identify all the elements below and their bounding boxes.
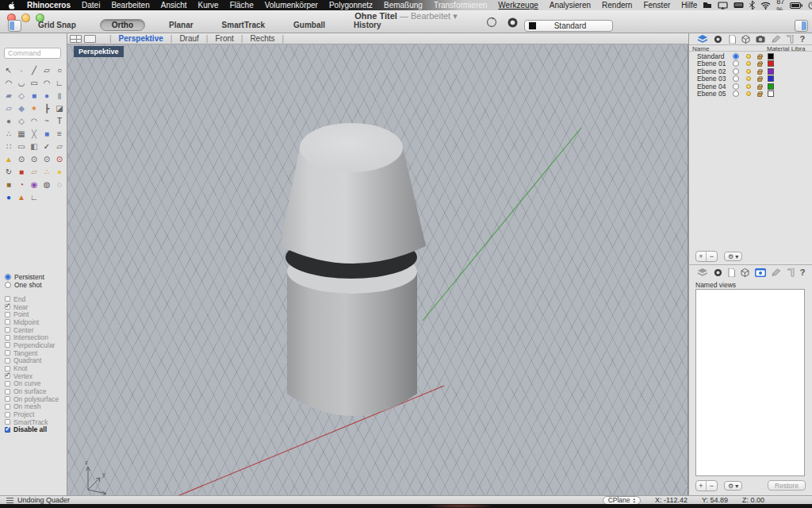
checkbox-icon[interactable]: ✓ — [5, 335, 10, 341]
tool-icon[interactable]: ▦ — [15, 127, 28, 140]
tool-icon[interactable]: ▱ — [53, 140, 66, 152]
box-properties-icon[interactable] — [741, 268, 749, 277]
osnap-checkbox-row[interactable]: ✓ End — [5, 295, 67, 303]
keyboard-icon[interactable] — [733, 2, 744, 9]
tool-icon[interactable]: ● — [2, 114, 15, 127]
tool-icon[interactable]: ◪ — [53, 102, 66, 114]
mode-toggle[interactable]: History — [349, 20, 385, 30]
view-options-button[interactable]: ⚙ ▾ — [724, 481, 742, 491]
cplane-selector[interactable]: CPlane ▴▾ — [603, 496, 641, 505]
tool-icon[interactable]: ▱ — [2, 102, 15, 114]
layer-color-swatch[interactable] — [768, 68, 774, 75]
tool-icon[interactable]: ◌ — [53, 178, 66, 190]
checkbox-icon[interactable]: ✓ — [5, 427, 10, 433]
tool-icon[interactable]: ▱ — [40, 64, 53, 76]
tool-icon[interactable]: ╳ — [28, 127, 40, 140]
display-brush-icon[interactable] — [772, 35, 781, 43]
script-scroll-icon[interactable] — [787, 35, 794, 44]
osnap-checkbox-row[interactable]: ✓ Intersection — [5, 333, 67, 341]
layer-color-swatch[interactable] — [768, 53, 774, 60]
checkbox-icon[interactable]: ✓ — [5, 404, 10, 410]
command-input[interactable] — [4, 48, 61, 59]
layer-color-swatch[interactable] — [768, 60, 774, 67]
viewport-tab[interactable]: Drauf — [179, 34, 198, 43]
tool-icon[interactable]: ◡ — [15, 76, 28, 89]
disable-all-checkbox[interactable]: ✓ Disable all — [5, 425, 47, 433]
layer-color-swatch[interactable] — [768, 83, 774, 90]
display-brush-icon[interactable] — [772, 268, 781, 276]
menu-item[interactable]: Rendern — [596, 0, 638, 10]
script-scroll-icon[interactable] — [787, 268, 795, 277]
layer-visibility-bulb-icon[interactable] — [746, 76, 751, 81]
checkbox-icon[interactable]: ✓ — [5, 358, 10, 364]
radio-icon[interactable] — [5, 282, 11, 288]
tool-icon[interactable]: ■ — [2, 178, 15, 190]
osnap-checkbox-row[interactable]: ✓ Tangent — [5, 349, 67, 357]
current-layer-radio[interactable] — [733, 90, 739, 97]
column-material[interactable]: Material Libra — [767, 45, 812, 51]
restore-view-button[interactable]: Restore — [768, 480, 806, 491]
right-sidebar-toggle[interactable] — [795, 20, 808, 32]
tool-icon[interactable]: ~ — [40, 114, 53, 127]
current-layer-radio[interactable] — [733, 60, 739, 67]
osnap-checkbox-row[interactable]: ✓ Center — [5, 326, 67, 334]
viewport-tab[interactable]: Perspektive — [119, 34, 163, 43]
help-icon[interactable]: ? — [800, 267, 806, 277]
layers-panel-icon[interactable] — [697, 35, 708, 44]
tool-icon[interactable]: ╱ — [28, 64, 40, 76]
menu-item[interactable]: Transformieren — [428, 0, 492, 10]
osnap-checkbox-row[interactable]: ✓ Near — [5, 303, 67, 311]
tool-icon[interactable]: ✓ — [40, 140, 53, 152]
osnap-checkbox-row[interactable]: ✓ Perpendicular — [5, 341, 67, 349]
tool-icon[interactable]: ▮ — [53, 89, 66, 102]
layer-visibility-bulb-icon[interactable] — [746, 91, 751, 96]
remove-layer-button[interactable]: − — [707, 252, 717, 261]
menu-item[interactable]: Werkzeuge — [492, 0, 543, 10]
record-ring-icon[interactable] — [507, 17, 519, 32]
tool-icon[interactable]: ■ — [40, 127, 53, 140]
layers-panel-icon[interactable] — [697, 268, 708, 277]
viewport-tab[interactable]: Front — [215, 34, 233, 43]
layer-row[interactable]: Ebene 04 — [689, 83, 812, 90]
layer-row[interactable]: Ebene 01 — [689, 60, 812, 68]
tool-icon[interactable]: ▰ — [2, 89, 15, 102]
tool-icon[interactable]: ◇ — [15, 114, 28, 127]
menu-item[interactable]: Fenster — [638, 0, 676, 10]
camera-views-icon[interactable] — [756, 36, 765, 43]
osnap-checkbox-row[interactable]: ✓ Knot — [5, 364, 67, 372]
menu-item[interactable]: Bearbeiten — [105, 0, 155, 10]
osnap-checkbox-row[interactable]: ✓ On polysurface — [5, 395, 67, 403]
menu-item[interactable]: Fläche — [224, 0, 259, 10]
tool-icon[interactable]: ■ — [28, 89, 40, 102]
radio-icon[interactable] — [5, 274, 11, 280]
checkbox-icon[interactable]: ✓ — [5, 389, 10, 394]
tool-icon[interactable]: ┣ — [40, 102, 53, 114]
osnap-checkbox-row[interactable]: ✓ On mesh — [5, 403, 67, 411]
checkbox-icon[interactable]: ✓ — [5, 327, 10, 333]
perspective-viewport[interactable]: Perspektive — [67, 44, 688, 495]
checkbox-icon[interactable]: ✓ — [5, 396, 10, 402]
viewport-title-badge[interactable]: Perspektive — [74, 46, 124, 57]
layer-lock-icon[interactable] — [757, 71, 762, 75]
current-layer-radio[interactable] — [733, 75, 739, 82]
checkbox-icon[interactable]: ✓ — [5, 342, 10, 348]
undo-icon[interactable] — [485, 17, 498, 31]
single-viewport-icon[interactable] — [84, 35, 96, 43]
mode-toggle[interactable]: Grid Snap — [33, 20, 81, 30]
osnap-checkbox-row[interactable]: ✓ Project — [5, 410, 67, 418]
tool-icon[interactable]: ∷ — [2, 140, 15, 152]
tool-icon[interactable]: ◠ — [40, 76, 53, 89]
tool-icon[interactable]: ∟ — [53, 76, 66, 89]
tool-icon[interactable]: ✶ — [28, 102, 40, 114]
layer-lock-icon[interactable] — [757, 63, 762, 67]
tool-icon[interactable]: ◆ — [15, 102, 28, 114]
tool-icon[interactable]: ∴ — [40, 165, 53, 178]
tool-icon[interactable]: ● — [53, 165, 66, 178]
tool-icon[interactable]: ● — [2, 190, 15, 203]
tool-icon[interactable]: ↖ — [2, 64, 15, 76]
menu-item[interactable]: Ansicht — [155, 0, 193, 10]
osnap-checkbox-row[interactable]: ✓ On surface — [5, 387, 67, 395]
tool-icon[interactable]: ◇ — [15, 89, 28, 102]
bluetooth-icon[interactable] — [749, 1, 755, 10]
osnap-checkbox-row[interactable]: ✓ Midpoint — [5, 318, 67, 326]
